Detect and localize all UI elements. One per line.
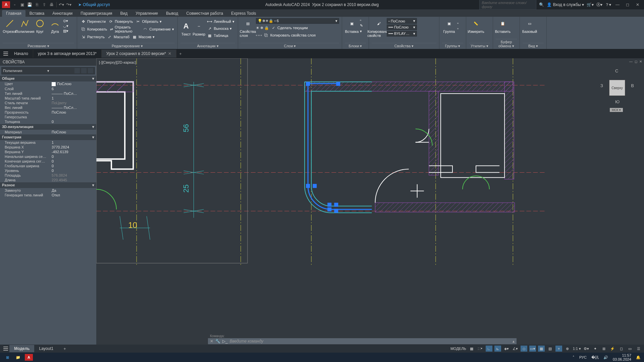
tab-view[interactable]: Вид xyxy=(116,10,132,17)
array-button[interactable]: ▦Массив ▾ xyxy=(131,34,155,40)
viewcube-w[interactable]: З xyxy=(600,83,603,88)
undo-icon[interactable]: ↶▾ xyxy=(59,2,64,7)
layer-a-icon[interactable]: ▫ xyxy=(256,33,257,37)
section-geometry[interactable]: Геометрия▾ xyxy=(0,134,96,140)
polyline-button[interactable]: Полилиния xyxy=(18,18,32,34)
linetype-combo[interactable]: ━━ BYLAY…▾ xyxy=(387,31,417,37)
scale-button[interactable]: ⤢Масштаб xyxy=(106,34,130,40)
share-button[interactable]: ➤ Общий доступ xyxy=(78,2,110,7)
add-tab-button[interactable]: ＋ xyxy=(176,51,184,57)
search-icon[interactable]: 🔍 xyxy=(539,2,544,7)
add-layout-button[interactable]: ＋ xyxy=(58,345,71,353)
layer-b-icon[interactable]: ▫ xyxy=(258,33,260,37)
block-attr-icon[interactable]: ▾ xyxy=(360,29,363,34)
table-button[interactable]: ▦Таблица xyxy=(206,32,235,39)
anno-scale[interactable]: 1:1 ▾ xyxy=(573,347,581,351)
make-current-button[interactable]: ✓Сделать текущим xyxy=(270,24,308,31)
gear-icon[interactable]: ⚙▾ xyxy=(583,346,590,352)
cleanscreen-icon[interactable]: ▭ xyxy=(627,346,633,352)
lwt-toggle[interactable]: ▦ xyxy=(538,346,545,352)
layout1-tab[interactable]: Layout1 xyxy=(34,345,58,352)
copy-layer-props-button[interactable]: ⿻Копировать свойства слоя xyxy=(263,32,316,39)
draw-hatch-icon[interactable]: ▨▾ xyxy=(63,29,68,33)
language-indicator[interactable]: РУС xyxy=(579,355,587,359)
model-space-label[interactable]: МОДЕЛЬ xyxy=(450,347,466,351)
paste-button[interactable]: 📋Вставить xyxy=(496,18,510,34)
customize-status-icon[interactable]: ☰ xyxy=(635,346,642,352)
tab-output[interactable]: Вывод xyxy=(162,10,182,17)
wifi-icon[interactable]: �訊 xyxy=(591,355,599,360)
baseview-button[interactable]: ▭Базовый xyxy=(523,18,537,34)
leader-button[interactable]: ↗Выноска ▾ xyxy=(206,25,235,32)
redo-icon[interactable]: ↷▾ xyxy=(66,2,71,7)
layer-props-button[interactable]: ▤Свойства слоя xyxy=(241,18,255,38)
rotate-button[interactable]: ⟳Повернуть xyxy=(107,18,133,25)
sc-toggle[interactable]: ⌖ xyxy=(555,346,562,352)
system-clock[interactable]: 11:5703.06.2024 xyxy=(613,353,631,361)
mirror-button[interactable]: ⇌Отразить зеркально xyxy=(109,25,141,34)
lineweight-combo[interactable]: ━━ ПоСлою▾ xyxy=(387,24,417,30)
line-button[interactable]: Отрезок xyxy=(3,18,17,34)
linear-dim-button[interactable]: ⟷Линейный ▾ xyxy=(206,18,235,25)
matchprop-button[interactable]: 🖌Копирование свойств xyxy=(372,18,386,38)
arc-button[interactable]: Дуга xyxy=(48,18,62,34)
tab-annotate[interactable]: Аннотации xyxy=(48,10,76,17)
select-sim-icon[interactable] xyxy=(81,68,87,73)
circle-button[interactable]: Круг xyxy=(33,18,47,34)
autocad-task-icon[interactable]: A xyxy=(25,354,33,361)
isolate-icon[interactable]: ◻ xyxy=(618,346,625,352)
tab-parametric[interactable]: Параметризация xyxy=(76,10,116,17)
section-3dviz[interactable]: 3D-визуализация▾ xyxy=(0,124,96,130)
wcs-label[interactable]: МСК ▾ xyxy=(610,108,623,112)
isodraft-toggle[interactable]: ◈▾ xyxy=(503,346,510,352)
snap-toggle[interactable]: ⸬▾ xyxy=(477,346,484,352)
app-logo[interactable]: A xyxy=(2,1,10,8)
layer-c-icon[interactable]: ▫ xyxy=(261,33,262,37)
viewcube-e[interactable]: В xyxy=(631,83,634,88)
cmd-close-icon[interactable]: ✕ xyxy=(210,339,213,344)
tab-doc2[interactable]: Урок 2 сохранил в 2010 версии*✕ xyxy=(102,50,176,58)
tray-chevron-icon[interactable]: ˄ xyxy=(573,355,575,360)
move-button[interactable]: ✥Перенести xyxy=(80,18,106,25)
help-search-input[interactable]: Введите ключевое слово/фразу xyxy=(479,0,536,10)
doctabs-menu-icon[interactable] xyxy=(2,50,9,57)
view-cube[interactable]: С З В Ю Сверху МСК ▾ xyxy=(600,68,634,115)
tab-doc1[interactable]: урок 3 в автокаде версия 2013* xyxy=(33,50,102,58)
maximize-button[interactable]: ◻ xyxy=(624,2,631,8)
model-tab[interactable]: Модель xyxy=(9,345,34,352)
trim-button[interactable]: ✂Обрезать ▾ xyxy=(135,18,162,25)
tab-manage[interactable]: Управление xyxy=(131,10,162,17)
selection-type[interactable]: Полилиния xyxy=(3,69,22,73)
hw-accel-icon[interactable]: ⚡ xyxy=(609,346,616,352)
cmd-history-icon[interactable]: ▴ xyxy=(513,339,515,344)
command-line[interactable]: Команда: ✕ 🔧 ▷_ Введите команду ▴ xyxy=(208,334,517,344)
close-button[interactable]: ✕ xyxy=(634,2,641,8)
workspace-icon[interactable]: ✦ xyxy=(592,346,598,352)
grid-toggle[interactable]: ▦ xyxy=(468,346,475,352)
quickselect-icon[interactable] xyxy=(74,68,80,73)
viewcube-n[interactable]: С xyxy=(615,68,618,73)
group-button[interactable]: ▣Группа xyxy=(442,18,456,34)
otrack-toggle[interactable]: ▭▾ xyxy=(529,346,536,352)
transparency-toggle[interactable]: ▧ xyxy=(547,346,553,352)
autodesk-app-icon[interactable]: 🛒▾ xyxy=(587,2,594,7)
measure-button[interactable]: 📏Измерить xyxy=(469,18,483,34)
save-icon[interactable]: 💾 xyxy=(27,2,32,7)
plot-icon[interactable]: 🖶 xyxy=(49,2,54,7)
tab-express[interactable]: Express Tools xyxy=(227,10,260,17)
start-button[interactable]: ⊞ xyxy=(3,354,11,361)
command-input[interactable]: Введите команду xyxy=(230,339,511,344)
close-icon[interactable]: ✕ xyxy=(168,51,171,56)
group-edit-icon[interactable]: ▫ xyxy=(457,26,459,31)
draw-misc-icon[interactable]: ⊙▾ xyxy=(63,19,68,23)
color-combo[interactable]: ▫ ПоСлою▾ xyxy=(387,18,417,24)
polar-toggle[interactable]: ⊾ xyxy=(494,346,501,352)
signin-button[interactable]: 👤 Вход в службы ▾ xyxy=(547,2,584,7)
block-create-icon[interactable]: ▫ xyxy=(360,18,363,22)
osnap-angle-toggle[interactable]: ∠▾ xyxy=(512,346,519,352)
tab-insert[interactable]: Вставка xyxy=(25,10,49,17)
viewcube-s[interactable]: Ю xyxy=(615,99,620,104)
anno-monitor-icon[interactable]: ⊞ xyxy=(600,346,607,352)
open-icon[interactable]: ▣ xyxy=(19,2,25,7)
cmd-customize-icon[interactable]: 🔧 xyxy=(215,339,220,344)
